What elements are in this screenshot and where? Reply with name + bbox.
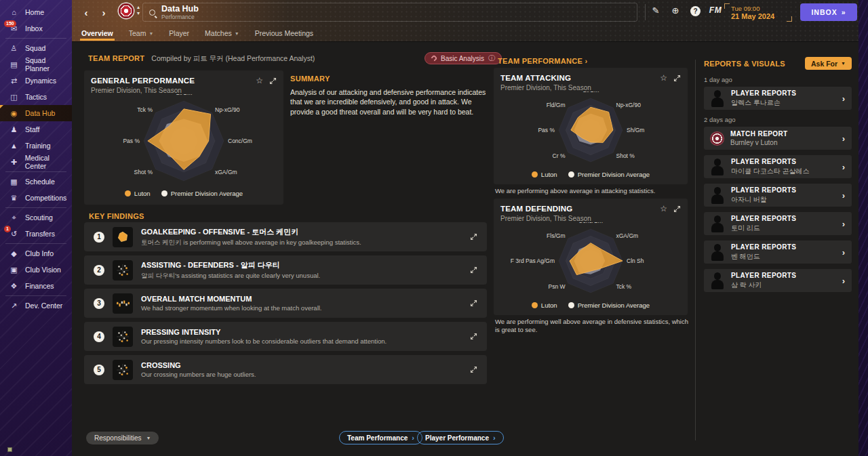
report-type: PLAYER REPORTS [731, 186, 835, 194]
sidebar-item-tactics[interactable]: ◫ Tactics [0, 89, 72, 105]
general-performance-radar: Gl/GmNp-xG/90Conc/GmxGA/GmSh/GmShot %Pas… [91, 94, 277, 186]
fm-logo: FM [707, 5, 724, 15]
tab-team[interactable]: Team ▼ [129, 24, 154, 42]
defending-caption: We are performing well above average in … [495, 318, 689, 335]
sidebar-item-squad[interactable]: ♙ Squad [0, 40, 72, 56]
tab-bar: Overview Team ▼ Player Matches ▼ Previou… [72, 24, 859, 42]
date-widget[interactable]: Tue 09:00 21 May 2024 [724, 3, 792, 22]
key-findings-title: KEY FINDINGS [89, 212, 144, 220]
report-list-item[interactable]: PLAYER REPORTS 아자니 버찰 › [704, 184, 852, 207]
expand-icon[interactable] [470, 366, 477, 373]
tab-previous-meetings[interactable]: Previous Meetings [255, 24, 313, 42]
expand-icon[interactable] [673, 75, 681, 82]
sidebar-item-dev-center[interactable]: ↗ Dev. Center [0, 297, 72, 314]
sidebar-item-club-info[interactable]: ◆ Club Info [0, 245, 72, 262]
tab-player[interactable]: Player [169, 24, 189, 42]
expand-icon[interactable] [470, 299, 477, 307]
sidebar-item-label: Dynamics [25, 77, 56, 85]
basic-analysis-badge[interactable]: Basic Analysis ⓘ [425, 52, 502, 64]
luton-legend-dot [532, 302, 538, 308]
globe-icon[interactable]: ⊕ [669, 5, 682, 16]
svg-text:Drb/Gm: Drb/Gm [580, 167, 601, 167]
finding-description: 알피 다우티's assisting statistics are quite … [141, 272, 462, 281]
club-crest [711, 132, 724, 145]
sidebar-item-competitions[interactable]: ♛ Competitions [0, 190, 72, 206]
tab-overview[interactable]: Overview [81, 24, 113, 42]
chevron-right-icon: › [842, 162, 845, 172]
finding-title: GOALKEEPING - OFFENSIVE - 토머스 케민키 [141, 227, 462, 237]
ask-for-button[interactable]: Ask For▼ [805, 57, 852, 70]
ask-for-label: Ask For [811, 60, 837, 68]
report-list-item[interactable]: PLAYER REPORTS 마이클 다코스타 곤살레스 › [704, 155, 852, 178]
summary-text: Analysis of our attacking and defensive … [290, 87, 491, 117]
star-icon[interactable]: ☆ [256, 76, 263, 85]
tab-label: Matches [205, 29, 232, 37]
sidebar-item-scouting[interactable]: ⌖ Scouting [0, 209, 72, 226]
sidebar-item-training[interactable]: ▲ Training [0, 138, 72, 154]
report-group-time: 2 days ago [704, 116, 852, 123]
key-finding-row[interactable]: 2 ASSISTING - DEFENDERS - 알피 다우티 알피 다우티'… [84, 255, 487, 285]
report-subject: 알렉스 루나르손 [731, 98, 835, 108]
chevron-right-icon: › [842, 190, 845, 201]
star-icon[interactable]: ☆ [660, 204, 667, 213]
back-arrow-button[interactable]: ‹ [80, 5, 92, 19]
sidebar-item-schedule[interactable]: ▦ Schedule [0, 173, 72, 190]
sidebar-item-finances[interactable]: ❖ Finances [0, 278, 72, 294]
chevron-right-icon: › [493, 434, 496, 442]
report-list-item[interactable]: PLAYER REPORTS 삼 락 사키 › [704, 269, 852, 292]
sidebar-item-transfers[interactable]: ↺1 Transfers [0, 226, 72, 242]
divider [5, 295, 66, 296]
forward-arrow-button[interactable]: › [98, 5, 110, 19]
svg-text:Cln Sh: Cln Sh [627, 257, 644, 264]
tab-matches[interactable]: Matches ▼ [205, 24, 239, 42]
player-performance-button[interactable]: Player Performance› [417, 431, 504, 444]
legend-label: Premier Division Average [578, 302, 650, 309]
report-list-item[interactable]: PLAYER REPORTS 토미 리드 › [704, 212, 852, 235]
report-list-item[interactable]: PLAYER REPORTS 벤 해먼드 › [704, 241, 852, 264]
star-icon[interactable]: ☆ [660, 73, 667, 83]
chevron-right-icon: › [842, 219, 845, 229]
sidebar-item-club-vision[interactable]: ▣ Club Vision [0, 262, 72, 278]
sidebar-item-staff[interactable]: ♟ Staff [0, 121, 72, 138]
key-finding-row[interactable]: 5 CROSSING Our crossing numbers are huge… [84, 355, 487, 384]
sidebar-item-label: Squad Planner [25, 56, 72, 72]
key-finding-row[interactable]: 1 GOALKEEPING - OFFENSIVE - 토머스 케민키 토머스 … [84, 222, 487, 251]
sidebar-item-dynamics[interactable]: ⇄ Dynamics [0, 72, 72, 89]
report-list: 1 day ago PLAYER REPORTS 알렉스 루나르손 › 2 da… [704, 76, 852, 292]
inbox-button[interactable]: INBOX» [800, 3, 857, 21]
report-list-item[interactable]: PLAYER REPORTS 알렉스 루나르손 › [704, 87, 852, 110]
team-report-title: TEAM REPORT [88, 54, 144, 62]
sidebar-item-label: Club Info [25, 249, 54, 257]
responsibilities-button[interactable]: Responsibilities▼ [86, 432, 159, 444]
sidebar-item-inbox[interactable]: ✉150 Inbox [0, 20, 72, 37]
club-badge-icon[interactable] [119, 3, 134, 18]
divider [5, 171, 66, 172]
expand-icon[interactable] [470, 333, 477, 340]
svg-text:Tck %: Tck % [137, 106, 153, 113]
sidebar-item-squad-planner[interactable]: ▤ Squad Planner [0, 56, 72, 72]
team-performance-button[interactable]: Team Performance› [339, 431, 422, 444]
club-switch-carets[interactable]: ▴▾ [137, 4, 140, 16]
expand-icon[interactable] [269, 77, 277, 85]
sidebar-item-label: Medical Center [25, 154, 72, 170]
svg-text:Np-xG/90: Np-xG/90 [215, 106, 240, 113]
team-performance-header[interactable]: TEAM PERFORMANCE › [498, 57, 588, 65]
notification-badge: 150 [4, 20, 16, 27]
key-finding-row[interactable]: 4 PRESSING INTENSITY Our pressing intens… [84, 322, 487, 351]
expand-icon[interactable] [470, 233, 477, 241]
sidebar-item-medical-center[interactable]: ✚ Medical Center [0, 154, 72, 170]
sidebar-item-label: Competitions [25, 194, 66, 202]
key-finding-row[interactable]: 3 OVERALL MATCH MOMENTUM We had stronger… [84, 289, 487, 318]
svg-text:Pas %: Pas % [123, 138, 140, 144]
edit-pencil-icon[interactable]: ✎ [649, 5, 663, 16]
sidebar-item-data-hub[interactable]: ◉ Data Hub [0, 105, 72, 121]
search-title-box[interactable]: Data Hub Performance [142, 3, 637, 22]
expand-icon[interactable] [470, 266, 477, 274]
expand-icon[interactable] [673, 205, 681, 213]
help-icon[interactable]: ? [690, 6, 701, 16]
report-subject: 벤 해먼드 [731, 252, 835, 262]
report-list-item[interactable]: MATCH REPORT Burnley v Luton › [704, 127, 852, 150]
sidebar-item-home[interactable]: ⌂ Home [0, 4, 72, 20]
chart-legend: Luton Premier Division Average [91, 190, 277, 197]
staff-icon: ♟ [9, 125, 19, 134]
